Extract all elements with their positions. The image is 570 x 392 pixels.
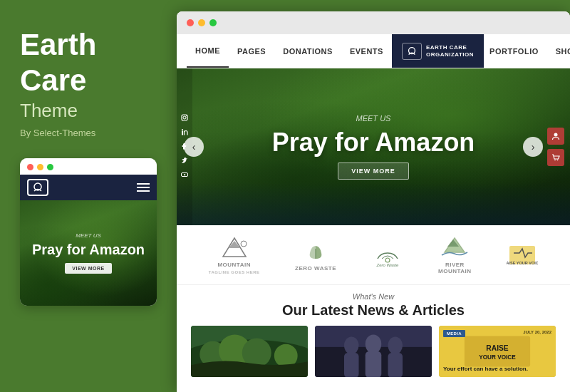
instagram-icon[interactable] — [181, 114, 188, 123]
svg-point-9 — [554, 133, 558, 137]
svg-text:Zero Waste: Zero Waste — [375, 263, 399, 267]
hero-section: MEET US Pray for Amazon VIEW MORE ‹ › — [177, 68, 570, 225]
browser-dot-green — [209, 19, 217, 26]
logo-raise-voice: RAISE YOUR VOICE — [507, 243, 538, 267]
svg-rect-35 — [388, 353, 403, 377]
svg-point-4 — [186, 115, 187, 116]
page-title-earth: Earth — [20, 29, 157, 61]
mobile-logo-icon — [27, 179, 48, 196]
svg-rect-34 — [366, 351, 382, 377]
hero-meet-us: MEET US — [356, 114, 391, 123]
logo-zerowaste-2: Zero Waste — [372, 243, 403, 267]
page-title-care: Care — [20, 64, 157, 97]
linkedin-icon[interactable] — [181, 128, 188, 137]
logo-mountain-text: MOUNTAIN — [217, 262, 251, 268]
hero-title: Pray for Amazon — [272, 128, 475, 157]
svg-point-10 — [554, 160, 556, 161]
news-card-3-badge: MEDIA — [443, 330, 465, 337]
news-card-2[interactable] — [315, 326, 432, 377]
browser-titlebar — [177, 11, 570, 34]
nav-pages[interactable]: PAGES — [229, 34, 274, 68]
nav-right-links: PORTFOLIO SHOP BLOG DONATE — [484, 43, 570, 59]
hero-content: MEET US Pray for Amazon VIEW MORE — [272, 114, 475, 180]
hero-side-icon-cart[interactable] — [547, 149, 564, 166]
news-card-1[interactable] — [191, 326, 308, 377]
theme-label: Theme — [20, 100, 157, 122]
news-card-3-text: Your effort can have a solution. — [443, 366, 551, 373]
svg-text:RAISE: RAISE — [486, 344, 508, 352]
svg-point-15 — [385, 258, 390, 262]
nav-shop[interactable]: SHOP — [550, 47, 570, 56]
nav-logo: EARTH CARE ORGANIZATION — [392, 34, 484, 68]
mobile-nav — [20, 175, 157, 200]
nav-home[interactable]: HOME — [187, 34, 229, 68]
browser-window: HOME PAGES DONATIONS EVENTS EARTH CARE O… — [177, 11, 570, 392]
nav-logo-text: EARTH CARE ORGANIZATION — [426, 44, 474, 58]
twitter-icon[interactable] — [181, 157, 188, 165]
svg-text:RAISE YOUR VOICE: RAISE YOUR VOICE — [507, 261, 538, 265]
logos-bar: MOUNTAIN TAGLINE GOES HERE ZERO WASTE Ze… — [177, 225, 570, 285]
logo-mountain: MOUNTAIN TAGLINE GOES HERE — [209, 235, 260, 274]
mobile-view-more-button[interactable]: VIEW MORE — [65, 263, 111, 274]
mobile-preview: MEET US Pray for Amazon VIEW MORE — [20, 158, 157, 306]
svg-point-30 — [344, 337, 359, 355]
svg-point-6 — [182, 129, 183, 130]
news-cards: RAISE YOUR VOICE MEDIA JULY 20, 2022 You… — [191, 326, 556, 377]
logo-zerowaste-1: ZERO WASTE — [295, 239, 336, 272]
browser-dot-red — [187, 19, 194, 26]
hero-side-icon-1[interactable] — [547, 128, 564, 145]
hero-next-button[interactable]: › — [523, 137, 543, 157]
nav-donations[interactable]: DONATIONS — [274, 34, 341, 68]
hero-view-more-button[interactable]: VIEW MORE — [338, 163, 409, 180]
news-card-3[interactable]: RAISE YOUR VOICE MEDIA JULY 20, 2022 You… — [439, 326, 556, 377]
news-section-title: Our Latest News & Articles — [191, 302, 556, 319]
hero-side-icons — [547, 128, 564, 166]
mobile-hero-title: Pray for Amazon — [32, 242, 145, 257]
youtube-icon[interactable] — [181, 171, 188, 180]
news-whats-new: What's New — [191, 292, 556, 301]
svg-point-32 — [388, 337, 403, 355]
mobile-hero: MEET US Pray for Amazon VIEW MORE — [20, 200, 157, 306]
mobile-meet-us: MEET US — [76, 232, 101, 239]
nav-logo-icon — [402, 43, 422, 60]
author-label: By Select-Themes — [20, 128, 157, 138]
hero-prev-button[interactable]: ‹ — [184, 137, 204, 157]
mobile-titlebar — [20, 158, 157, 175]
logo-zerowaste-1-text: ZERO WASTE — [295, 265, 336, 272]
mobile-hamburger-icon[interactable] — [137, 183, 150, 192]
svg-marker-8 — [184, 174, 186, 176]
hero-river-bg — [177, 182, 570, 225]
nav-events[interactable]: EVENTS — [341, 34, 392, 68]
site-nav: HOME PAGES DONATIONS EVENTS EARTH CARE O… — [177, 34, 570, 68]
mobile-dot-yellow — [37, 164, 43, 170]
svg-point-3 — [183, 116, 186, 119]
mobile-dot-green — [47, 164, 53, 170]
svg-text:YOUR VOICE: YOUR VOICE — [479, 354, 516, 361]
browser-dot-yellow — [198, 19, 205, 26]
svg-point-11 — [557, 160, 559, 161]
svg-point-14 — [241, 241, 247, 247]
nav-portfolio[interactable]: PORTFOLIO — [484, 47, 544, 56]
logo-river-mountain-text: RIVER MOUNTAIN — [438, 262, 472, 274]
svg-rect-33 — [344, 353, 359, 377]
svg-rect-5 — [182, 131, 183, 135]
logo-river-mountain: RIVER MOUNTAIN — [438, 235, 472, 274]
left-panel: Earth Care Theme By Select-Themes MEET U… — [0, 0, 177, 392]
svg-point-31 — [366, 334, 382, 354]
news-section: What's New Our Latest News & Articles — [177, 285, 570, 383]
logo-mountain-sub: TAGLINE GOES HERE — [209, 270, 260, 274]
mobile-dot-red — [27, 164, 33, 170]
news-card-3-date: JULY 20, 2022 — [523, 330, 551, 334]
